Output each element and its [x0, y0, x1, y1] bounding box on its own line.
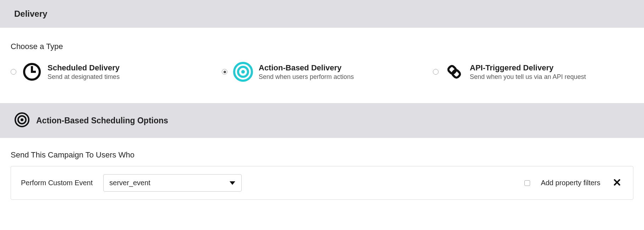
radio-scheduled[interactable] — [11, 69, 16, 75]
svg-point-10 — [21, 118, 23, 121]
svg-point-5 — [241, 70, 245, 74]
option-title: Scheduled Delivery — [48, 63, 120, 73]
chain-link-icon — [444, 62, 464, 82]
campaign-rule-section: Send This Campaign To Users Who Perform … — [0, 138, 644, 212]
svg-rect-7 — [451, 69, 461, 79]
delivery-type-options: Scheduled Delivery Send at designated ti… — [11, 62, 633, 82]
scheduling-options-title: Action-Based Scheduling Options — [36, 116, 168, 125]
trigger-rule-row: Perform Custom Event server_event Add pr… — [11, 166, 633, 200]
target-outline-icon — [14, 112, 30, 129]
rule-label: Perform Custom Event — [21, 179, 93, 187]
add-property-filters-checkbox[interactable] — [524, 180, 530, 186]
clock-icon — [22, 62, 42, 82]
delivery-header-title: Delivery — [14, 9, 630, 19]
target-icon — [233, 62, 253, 82]
caret-down-icon — [230, 180, 235, 186]
option-subtitle: Send when you tell us via an API request — [470, 73, 586, 81]
svg-rect-2 — [31, 71, 36, 73]
radio-action-based[interactable] — [222, 69, 227, 75]
scheduling-options-header: Action-Based Scheduling Options — [0, 103, 644, 138]
campaign-rule-heading: Send This Campaign To Users Who — [11, 150, 633, 160]
option-action-based-delivery[interactable]: Action-Based Delivery Send when users pe… — [222, 62, 422, 82]
delivery-header: Delivery — [0, 0, 644, 28]
option-subtitle: Send at designated times — [48, 73, 120, 81]
remove-rule-button[interactable] — [611, 177, 623, 189]
option-subtitle: Send when users perform actions — [259, 73, 354, 81]
event-select-value[interactable]: server_event — [103, 174, 242, 192]
add-property-filters-label: Add property filters — [541, 179, 600, 187]
option-scheduled-delivery[interactable]: Scheduled Delivery Send at designated ti… — [11, 62, 211, 82]
option-title: API-Triggered Delivery — [470, 63, 586, 73]
option-title: Action-Based Delivery — [259, 63, 354, 73]
event-select[interactable]: server_event — [103, 174, 242, 192]
radio-api-triggered[interactable] — [433, 69, 439, 75]
choose-type-heading: Choose a Type — [11, 42, 633, 51]
option-api-triggered-delivery[interactable]: API-Triggered Delivery Send when you tel… — [433, 62, 633, 82]
choose-type-section: Choose a Type Scheduled Delivery Send at… — [0, 28, 644, 103]
svg-marker-11 — [230, 181, 235, 185]
